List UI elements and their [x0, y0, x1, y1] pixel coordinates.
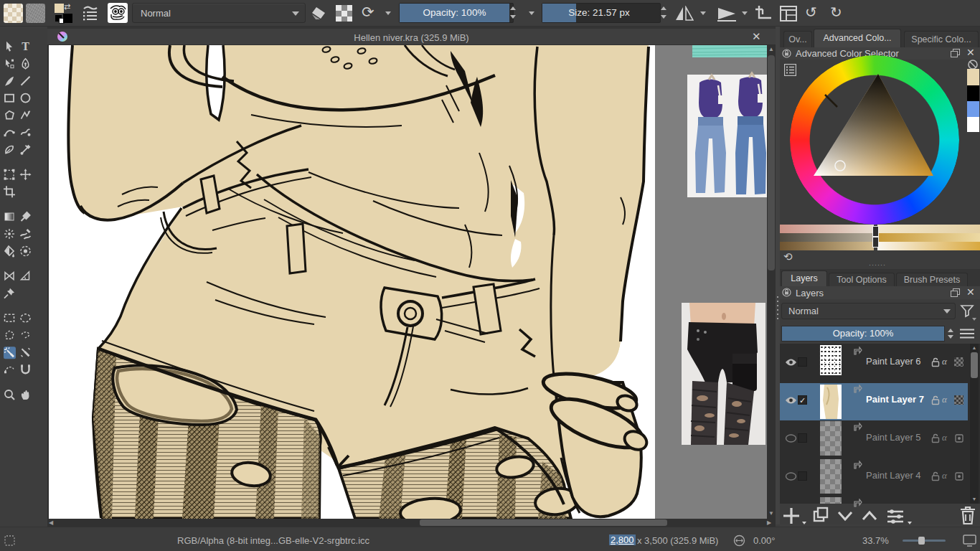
svg-text:T: T — [22, 40, 29, 52]
